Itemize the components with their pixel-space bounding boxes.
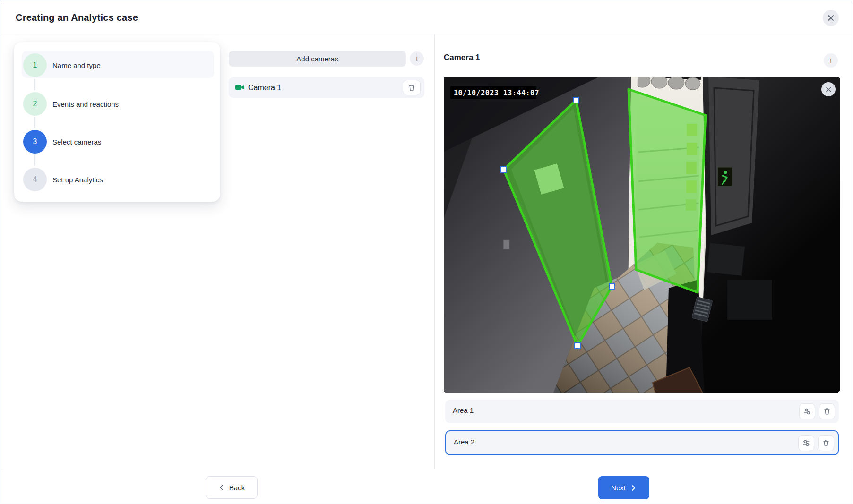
- step-number-badge: 3: [23, 130, 47, 154]
- step-label: Events and reactions: [52, 100, 119, 108]
- tune-sliders-icon: [802, 439, 810, 447]
- area-settings-button[interactable]: [798, 435, 814, 451]
- dialog-close-button[interactable]: [823, 10, 839, 26]
- svg-text:10/10/2023 13:44:07: 10/10/2023 13:44:07: [454, 89, 539, 97]
- video-timestamp: 10/10/2023 13:44:07: [450, 86, 539, 99]
- info-icon: i: [416, 55, 417, 62]
- step-name-and-type[interactable]: 1 Name and type: [14, 50, 220, 81]
- vertex-handle[interactable]: [501, 167, 507, 172]
- trash-icon: [823, 407, 831, 416]
- video-close-button[interactable]: [821, 82, 836, 96]
- cameras-info-button[interactable]: i: [410, 51, 424, 66]
- analytics-case-dialog: Creating an Analytics case 1 Name and ty…: [0, 0, 852, 503]
- tune-sliders-icon: [803, 407, 811, 416]
- close-icon: [827, 15, 834, 21]
- area-name: Area 1: [453, 400, 474, 421]
- back-button[interactable]: Back: [206, 476, 258, 499]
- vertex-handle[interactable]: [573, 97, 579, 103]
- add-cameras-button[interactable]: Add cameras: [229, 51, 406, 67]
- footer-divider: [0, 469, 852, 469]
- camera-scene[interactable]: 10/10/2023 13:44:07: [444, 77, 840, 393]
- next-label: Next: [611, 484, 626, 492]
- step-number-badge: 4: [23, 168, 47, 191]
- vertex-handle[interactable]: [609, 283, 615, 289]
- area-polygon-Area 1[interactable]: [629, 89, 706, 292]
- step-label: Set up Analytics: [52, 176, 103, 184]
- step-select-cameras[interactable]: 3 Select cameras: [14, 126, 220, 157]
- trash-icon: [407, 84, 416, 92]
- chevron-left-icon: [218, 484, 225, 491]
- delete-camera-button[interactable]: [403, 80, 421, 95]
- area-list-item-1[interactable]: Area 1: [445, 400, 839, 423]
- step-number-badge: 2: [23, 92, 47, 116]
- trash-icon: [822, 439, 830, 447]
- step-label: Select cameras: [52, 138, 101, 146]
- vertex-handle[interactable]: [575, 343, 580, 349]
- area-delete-button[interactable]: [819, 403, 835, 419]
- dialog-header: Creating an Analytics case: [0, 0, 852, 34]
- camera-list-item[interactable]: Camera 1: [229, 77, 424, 98]
- next-button[interactable]: Next: [598, 476, 649, 499]
- preview-camera-title: Camera 1: [444, 53, 480, 62]
- back-label: Back: [229, 484, 245, 492]
- area-name: Area 2: [454, 431, 474, 453]
- area-delete-button[interactable]: [818, 435, 834, 451]
- preview-info-button[interactable]: i: [824, 53, 838, 68]
- step-label: Name and type: [52, 61, 101, 69]
- dialog-title: Creating an Analytics case: [16, 0, 138, 34]
- info-icon: i: [830, 57, 831, 64]
- camera-name: Camera 1: [248, 77, 281, 98]
- panel-divider: [434, 34, 435, 469]
- step-number-badge: 1: [23, 53, 47, 77]
- area-list-item-2[interactable]: Area 2: [445, 430, 839, 455]
- step-events-and-reactions[interactable]: 2 Events and reactions: [14, 88, 220, 120]
- step-set-up-analytics[interactable]: 4 Set up Analytics: [14, 164, 220, 195]
- area-settings-button[interactable]: [799, 403, 815, 419]
- video-camera-icon: [235, 84, 244, 91]
- camera-video-frame: 10/10/2023 13:44:07: [444, 77, 840, 393]
- close-icon: [826, 86, 832, 93]
- chevron-right-icon: [630, 485, 637, 491]
- stepper-card: 1 Name and type 2 Events and reactions 3…: [14, 42, 220, 202]
